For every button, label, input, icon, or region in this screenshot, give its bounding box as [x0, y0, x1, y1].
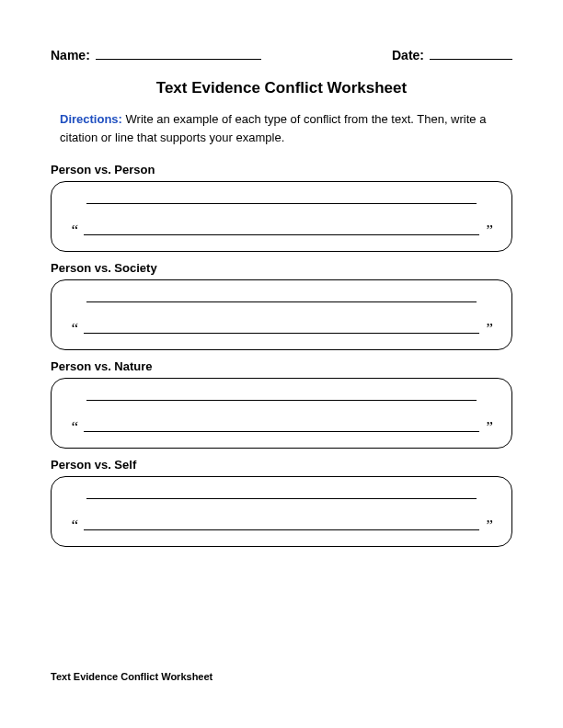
citation-line[interactable]: [84, 430, 478, 432]
example-line[interactable]: [86, 301, 477, 302]
footer-text: Text Evidence Conflict Worksheet: [51, 671, 213, 682]
section-label: Person vs. Self: [51, 458, 512, 472]
directions-text: Write an example of each type of conflic…: [60, 112, 486, 144]
conflict-box: “ ”: [51, 279, 512, 350]
date-input-line[interactable]: [430, 46, 512, 60]
date-label: Date:: [392, 48, 424, 63]
directions-label: Directions:: [60, 112, 122, 126]
example-line[interactable]: [86, 202, 477, 204]
open-quote: “: [70, 419, 78, 435]
name-input-line[interactable]: [96, 46, 261, 60]
citation-row: “ ”: [70, 321, 493, 336]
name-group: Name:: [51, 46, 261, 63]
date-group: Date:: [392, 46, 512, 63]
section-label: Person vs. Nature: [51, 359, 512, 373]
citation-row: “ ”: [70, 222, 493, 238]
conflict-box: “ ”: [51, 378, 512, 449]
close-quote: ”: [485, 419, 493, 435]
close-quote: ”: [485, 518, 493, 533]
citation-row: “ ”: [70, 419, 493, 435]
open-quote: “: [70, 518, 78, 533]
open-quote: “: [70, 222, 78, 238]
worksheet-page: Name: Date: Text Evidence Conflict Works…: [0, 0, 563, 728]
conflict-box: “ ”: [51, 476, 512, 547]
close-quote: ”: [485, 222, 493, 238]
header-row: Name: Date:: [51, 46, 512, 63]
citation-line[interactable]: [84, 332, 478, 334]
example-line[interactable]: [86, 497, 477, 499]
name-label: Name:: [51, 48, 90, 63]
citation-line[interactable]: [84, 529, 478, 530]
close-quote: ”: [485, 321, 493, 336]
section-label: Person vs. Society: [51, 261, 512, 275]
open-quote: “: [70, 321, 78, 336]
section-label: Person vs. Person: [51, 163, 512, 176]
page-title: Text Evidence Conflict Worksheet: [51, 79, 512, 97]
citation-row: “ ”: [70, 518, 493, 533]
conflict-box: “ ”: [51, 181, 512, 252]
citation-line[interactable]: [84, 233, 478, 235]
example-line[interactable]: [86, 399, 477, 401]
directions: Directions: Write an example of each typ…: [60, 110, 512, 146]
